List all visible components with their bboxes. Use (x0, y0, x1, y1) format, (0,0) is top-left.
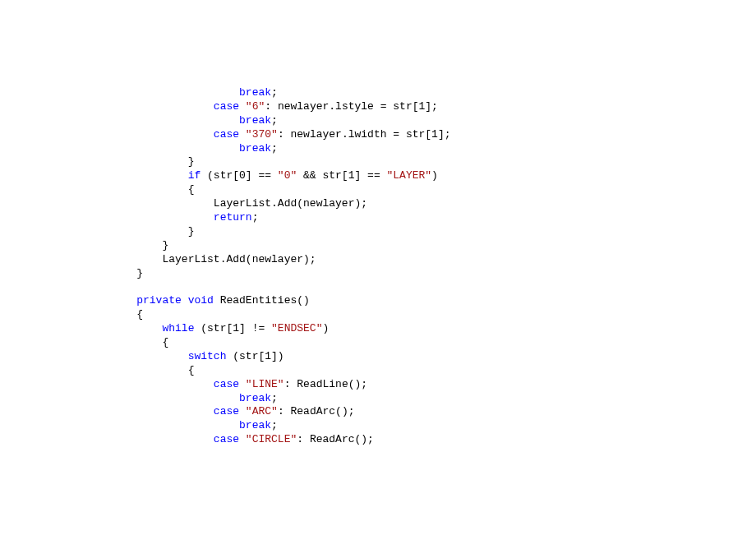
code-line: break; (111, 114, 278, 127)
code-line: break; (111, 392, 278, 404)
code-line: case "LINE": ReadLine(); (111, 378, 367, 390)
code-line: LayerList.Add(newlayer); (111, 253, 316, 265)
code-line: private void ReadEntities() (111, 294, 310, 307)
code-line: case "370": newlayer.lwidth = str[1]; (111, 128, 451, 141)
code-line: { (111, 336, 168, 348)
code-line: } (111, 225, 194, 238)
code-line: return; (111, 211, 258, 224)
code-line: } (111, 155, 194, 168)
code-line: case "CIRCLE": ReadArc(); (111, 433, 374, 445)
code-line: { (111, 364, 194, 376)
code-line: { (111, 308, 143, 321)
code-line: break; (111, 86, 278, 99)
code-line: break; (111, 142, 278, 155)
code-line: } (111, 267, 143, 279)
code-line: case "ARC": ReadArc(); (111, 405, 355, 417)
code-line: while (str[1] != "ENDSEC") (111, 322, 329, 334)
code-line: } (111, 239, 168, 251)
code-line: break; (111, 419, 278, 431)
code-line (111, 280, 118, 293)
code-line: if (str[0] == "0" && str[1] == "LAYER") (111, 169, 438, 182)
code-block: break; case "6": newlayer.lstyle = str[1… (0, 0, 756, 447)
code-line: { (111, 183, 194, 196)
code-line: case "6": newlayer.lstyle = str[1]; (111, 100, 438, 113)
code-line: switch (str[1]) (111, 350, 284, 362)
code-line: LayerList.Add(newlayer); (111, 197, 367, 210)
